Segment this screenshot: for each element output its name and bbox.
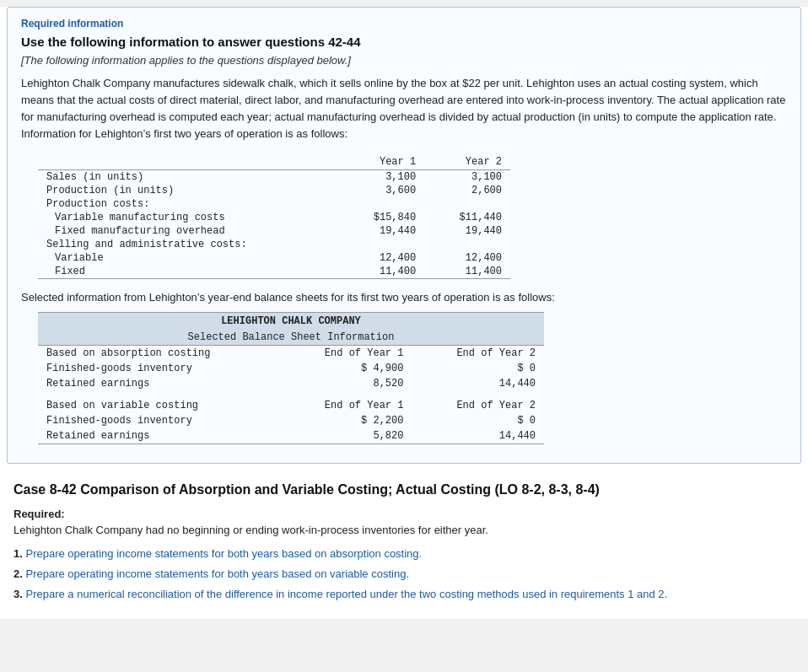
balance-title: LEHIGHTON CHALK COMPANY	[38, 312, 544, 330]
variable-col1-header: End of Year 1	[280, 398, 412, 413]
required-box: Required information Use the following i…	[7, 7, 801, 464]
table-row-y1	[338, 197, 424, 211]
main-heading: Use the following information to answer …	[21, 35, 787, 49]
table-row-label: Sales (in units)	[38, 169, 338, 184]
list-item: $ 0	[412, 361, 544, 376]
item-text: Prepare a numerical reconciliation of th…	[25, 588, 667, 600]
table-row-y1: 12,400	[338, 251, 424, 265]
table-row-y1: 19,440	[338, 224, 424, 238]
list-item: Finished-goods inventory	[38, 361, 280, 376]
table-row-y2: 3,100	[424, 169, 510, 184]
year1-header: Year 1	[338, 155, 424, 170]
balance-table-wrapper: LEHIGHTON CHALK COMPANYSelected Balance …	[21, 312, 787, 444]
item-text: Prepare operating income statements for …	[25, 567, 409, 580]
table-row-y2	[424, 238, 510, 251]
item-number: 2.	[13, 567, 25, 580]
balance-table: LEHIGHTON CHALK COMPANYSelected Balance …	[38, 312, 544, 444]
variable-header: Based on variable costing	[38, 398, 280, 413]
table-row-label: Selling and administrative costs:	[38, 238, 338, 251]
case-section: Case 8-42 Comparison of Absorption and V…	[0, 470, 808, 619]
list-item: $ 2,200	[280, 413, 412, 428]
table-row-y2	[424, 197, 510, 211]
table-row-y2: 19,440	[424, 224, 510, 238]
required-label-2: Required:	[13, 508, 795, 520]
table-row-y1: 3,100	[338, 169, 424, 184]
case-heading: Case 8-42 Comparison of Absorption and V…	[13, 482, 795, 497]
page-wrapper: Required information Use the following i…	[0, 7, 808, 619]
variable-col2-header: End of Year 2	[412, 398, 544, 413]
list-item: 5,820	[280, 428, 412, 444]
table-row-label: Fixed manufacturing overhead	[38, 224, 338, 238]
absorption-col2-header: End of Year 2	[412, 345, 544, 361]
list-item: $ 4,900	[280, 361, 412, 376]
absorption-header: Based on absorption costing	[38, 345, 280, 361]
selected-info-text: Selected information from Lehighton’s ye…	[21, 291, 787, 304]
table-row-y2: $11,440	[424, 211, 510, 224]
list-item: Finished-goods inventory	[38, 413, 280, 428]
year2-header: Year 2	[424, 155, 510, 170]
balance-subtitle: Selected Balance Sheet Information	[38, 330, 544, 346]
table-row-label: Fixed	[38, 265, 338, 279]
numbered-items: 1. Prepare operating income statements f…	[13, 545, 795, 604]
table-row-y2: 12,400	[424, 251, 510, 265]
item-number: 3.	[13, 588, 25, 600]
absorption-col1-header: End of Year 1	[280, 345, 412, 361]
table-row-label: Production (in units)	[38, 184, 338, 197]
numbered-item: 1. Prepare operating income statements f…	[13, 545, 795, 563]
table-row-y2: 11,400	[424, 265, 510, 279]
required-label: Required information	[21, 18, 787, 30]
table-row-y1: 3,600	[338, 184, 424, 197]
list-item: 14,440	[412, 428, 544, 444]
list-item: 8,520	[280, 376, 412, 391]
table-row-label: Production costs:	[38, 197, 338, 211]
list-item: Retained earnings	[38, 376, 280, 391]
italic-note: [The following information applies to th…	[21, 54, 787, 67]
numbered-item: 2. Prepare operating income statements f…	[13, 565, 795, 583]
numbered-item: 3. Prepare a numerical reconciliation of…	[13, 585, 795, 604]
list-item: 14,440	[412, 376, 544, 391]
table-row-y1: $15,840	[338, 211, 424, 224]
description: Lehighton Chalk Company manufactures sid…	[21, 75, 787, 143]
first-data-table: Year 1 Year 2 Sales (in units)3,1003,100…	[38, 155, 510, 279]
table-row-label: Variable	[38, 251, 338, 265]
table-row-y2: 2,600	[424, 184, 510, 197]
table-row-y1: 11,400	[338, 265, 424, 279]
required-desc: Lehighton Chalk Company had no beginning…	[13, 524, 795, 536]
first-data-table-wrapper: Year 1 Year 2 Sales (in units)3,1003,100…	[21, 155, 787, 279]
item-number: 1.	[13, 547, 25, 560]
list-item: $ 0	[412, 413, 544, 428]
table-row-label: Variable manufacturing costs	[38, 211, 338, 224]
item-text: Prepare operating income statements for …	[25, 547, 422, 560]
list-item: Retained earnings	[38, 428, 280, 444]
table-row-y1	[338, 238, 424, 251]
